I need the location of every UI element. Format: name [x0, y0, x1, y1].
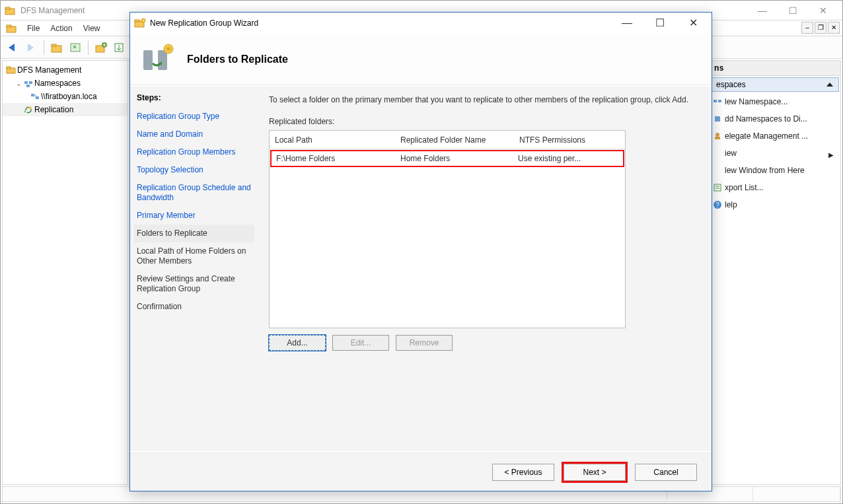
action-view-label: iew: [725, 149, 737, 158]
svg-rect-1: [5, 7, 10, 9]
wizard-maximize-button[interactable]: ☐: [651, 14, 669, 32]
tree-namespace-item[interactable]: \\firatboyan.loca: [3, 90, 128, 103]
edit-folder-button[interactable]: Edit...: [332, 335, 389, 351]
action-add-namespaces-label: dd Namespaces to Di...: [725, 114, 807, 124]
export-list-icon: [713, 183, 722, 192]
svg-point-22: [29, 106, 32, 109]
new-replication-group-wizard: New Replication Group Wizard ― ☐ ✕ Folde…: [129, 12, 712, 491]
replicated-folders-grid[interactable]: Local Path Replicated Folder Name NTFS P…: [269, 130, 626, 328]
svg-rect-34: [143, 50, 153, 70]
dfs-folder-icon: [5, 5, 17, 16]
mdi-restore-button[interactable]: ❐: [815, 22, 826, 34]
step-schedule-bandwidth[interactable]: Replication Group Schedule and Bandwidth: [137, 179, 254, 207]
toolbar-separator: [44, 40, 44, 55]
menu-file[interactable]: File: [22, 22, 45, 34]
mdi-minimize-button[interactable]: –: [801, 22, 813, 34]
tree-expander-icon[interactable]: ⌄: [15, 80, 22, 87]
delegate-icon: [713, 131, 722, 141]
action-new-window-label: lew Window from Here: [725, 166, 805, 175]
action-export-list[interactable]: xport List...: [709, 179, 840, 196]
actions-section-label: espaces: [716, 80, 746, 89]
tree-replication[interactable]: Replication: [3, 103, 128, 116]
svg-rect-24: [718, 100, 721, 102]
step-topology-selection[interactable]: Topology Selection: [137, 161, 254, 179]
toolbar-folder-icon[interactable]: [49, 40, 65, 55]
action-new-namespace[interactable]: lew Namespace...: [709, 93, 840, 110]
mdi-controls: – ❐ ✕: [801, 22, 840, 34]
step-replication-group-type[interactable]: Replication Group Type: [137, 108, 254, 126]
actions-section-namespaces[interactable]: espaces: [710, 77, 839, 92]
navigation-tree[interactable]: DFS Management ⌄ Namespaces \\firatboyan…: [3, 61, 128, 484]
col-local-path[interactable]: Local Path: [270, 135, 395, 145]
wizard-titlebar[interactable]: New Replication Group Wizard ― ☐ ✕: [130, 13, 712, 34]
svg-rect-27: [715, 137, 720, 139]
wizard-title: New Replication Group Wizard: [150, 18, 258, 28]
step-name-and-domain[interactable]: Name and Domain: [137, 126, 254, 143]
tree-namespaces-label: Namespaces: [34, 79, 81, 88]
wizard-minimize-button[interactable]: ―: [618, 14, 636, 32]
action-new-window[interactable]: lew Window from Here: [709, 162, 840, 179]
svg-rect-28: [714, 184, 721, 191]
mdi-close-button[interactable]: ✕: [828, 22, 840, 34]
wizard-header-icon: [139, 41, 176, 78]
action-add-namespaces[interactable]: dd Namespaces to Di...: [709, 110, 840, 127]
toolbar-properties-icon[interactable]: [67, 40, 83, 55]
steps-title: Steps:: [137, 93, 254, 102]
action-help[interactable]: ? lelp: [709, 196, 840, 213]
submenu-chevron-icon: ▶: [828, 151, 834, 159]
dfs-root-icon: [5, 65, 17, 75]
namespaces-icon: [22, 79, 34, 88]
grid-row[interactable]: F:\Home Folders Home Folders Use existin…: [270, 150, 624, 167]
col-replicated-folder-name[interactable]: Replicated Folder Name: [395, 135, 514, 145]
wizard-instruction: To select a folder on the primary member…: [269, 94, 700, 105]
svg-rect-20: [31, 94, 34, 96]
cancel-button[interactable]: Cancel: [635, 464, 697, 481]
grid-buttons: Add... Edit... Remove: [269, 335, 700, 351]
wizard-window-controls: ― ☐ ✕: [618, 14, 708, 32]
step-primary-member[interactable]: Primary Member: [137, 207, 254, 225]
nav-forward-button[interactable]: [23, 40, 39, 55]
wizard-body: Steps: Replication Group Type Name and D…: [130, 87, 712, 451]
wizard-close-button[interactable]: ✕: [684, 14, 702, 32]
replicated-folders-label: Replicated folders:: [269, 117, 700, 126]
svg-rect-21: [36, 96, 39, 99]
main-minimize-button[interactable]: ―: [747, 1, 778, 20]
toolbar-new-folder-icon[interactable]: [93, 40, 109, 55]
step-replication-group-members[interactable]: Replication Group Members: [137, 143, 254, 161]
main-title: DFS Management: [20, 6, 85, 15]
remove-folder-button[interactable]: Remove: [396, 335, 453, 351]
add-namespace-icon: [713, 114, 722, 124]
tree-namespaces[interactable]: ⌄ Namespaces: [3, 77, 128, 90]
svg-text:?: ?: [715, 201, 719, 209]
menu-view[interactable]: View: [78, 22, 106, 34]
svg-rect-23: [714, 100, 717, 102]
col-ntfs-permissions[interactable]: NTFS Permissions: [514, 135, 625, 145]
toolbar-export-icon[interactable]: [112, 40, 128, 55]
action-view[interactable]: iew ▶: [709, 145, 840, 162]
main-maximize-button[interactable]: ☐: [778, 1, 808, 20]
new-namespace-icon: [713, 97, 722, 106]
cell-permissions: Use existing per...: [513, 154, 623, 163]
svg-rect-25: [715, 116, 720, 122]
svg-rect-16: [7, 67, 11, 69]
main-close-button[interactable]: ✕: [808, 1, 838, 20]
replication-icon: [22, 105, 34, 114]
svg-rect-18: [29, 81, 32, 84]
menu-action[interactable]: Action: [45, 22, 77, 34]
svg-point-26: [715, 133, 719, 137]
step-folders-to-replicate[interactable]: Folders to Replicate: [134, 225, 254, 242]
wizard-title-icon: [134, 18, 146, 28]
svg-rect-3: [7, 25, 11, 27]
previous-button[interactable]: < Previous: [492, 464, 554, 481]
action-delegate-management[interactable]: elegate Management ...: [709, 127, 840, 145]
toolbar-separator-2: [88, 40, 89, 55]
wizard-steps-pane: Steps: Replication Group Type Name and D…: [130, 87, 261, 451]
add-folder-button[interactable]: Add...: [269, 335, 326, 351]
svg-rect-35: [158, 50, 167, 70]
next-button[interactable]: Next >: [564, 464, 626, 481]
tree-root[interactable]: DFS Management: [3, 63, 128, 77]
nav-back-button[interactable]: [5, 40, 20, 55]
tree-root-label: DFS Management: [17, 65, 81, 75]
wizard-header: Folders to Replicate: [130, 34, 712, 85]
action-delegate-management-label: elegate Management ...: [725, 131, 808, 141]
